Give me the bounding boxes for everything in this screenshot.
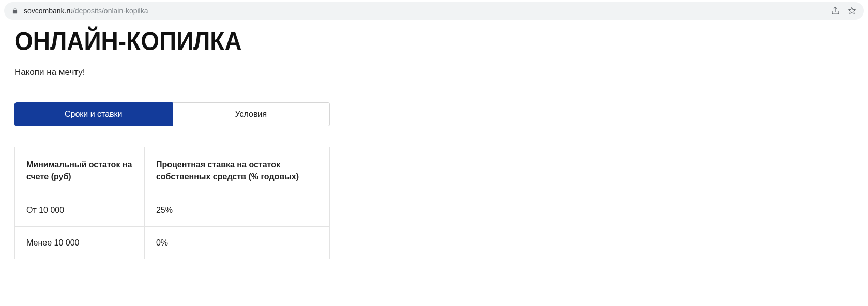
page-content: ОНЛАЙН-КОПИЛКА Накопи на мечту! Сроки и … xyxy=(0,20,868,280)
page-title: ОНЛАЙН-КОПИЛКА xyxy=(14,26,854,56)
tab-group: Сроки и ставки Условия xyxy=(14,102,330,126)
url-text: sovcombank.ru/deposits/onlain-kopilka xyxy=(24,7,148,15)
table-cell: 0% xyxy=(144,227,329,259)
address-bar[interactable]: sovcombank.ru/deposits/onlain-kopilka xyxy=(4,2,864,20)
table-row: От 10 000 25% xyxy=(15,194,330,227)
share-icon[interactable] xyxy=(831,6,840,16)
tab-rates[interactable]: Сроки и ставки xyxy=(14,102,173,126)
table-cell: Менее 10 000 xyxy=(15,227,145,259)
table-header-row: Минимальный остаток на счете (руб) Проце… xyxy=(15,147,330,194)
tab-label: Сроки и ставки xyxy=(65,110,123,118)
table-header-cell: Минимальный остаток на счете (руб) xyxy=(15,147,145,194)
rates-table: Минимальный остаток на счете (руб) Проце… xyxy=(14,147,330,259)
table-cell: От 10 000 xyxy=(15,194,145,227)
table-row: Менее 10 000 0% xyxy=(15,227,330,259)
tab-label: Условия xyxy=(235,110,267,118)
lock-icon xyxy=(11,7,19,14)
url-path: /deposits/onlain-kopilka xyxy=(73,7,148,15)
url-domain: sovcombank.ru xyxy=(24,7,73,15)
table-header-cell: Процентная ставка на остаток собственных… xyxy=(144,147,329,194)
page-subtitle: Накопи на мечту! xyxy=(14,67,854,78)
tab-conditions[interactable]: Условия xyxy=(173,102,330,126)
table-cell: 25% xyxy=(144,194,329,227)
star-icon[interactable] xyxy=(847,6,857,16)
